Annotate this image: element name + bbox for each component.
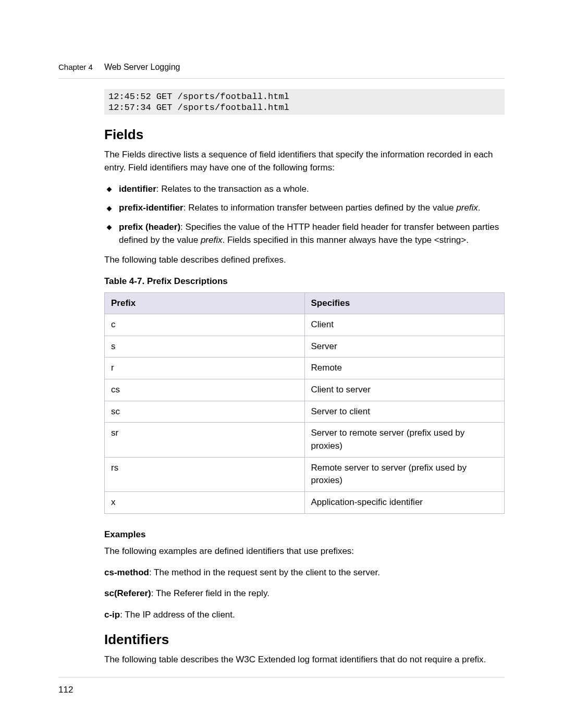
fields-bullet-list: identifier: Relates to the transaction a…	[104, 183, 505, 247]
table-row: r Remote	[105, 357, 505, 379]
cell-spec: Application-specific identifier	[304, 491, 505, 513]
table-header-prefix: Prefix	[105, 292, 305, 314]
example-desc: : The method in the request sent by the …	[149, 567, 380, 577]
table-caption: Table 4-7. Prefix Descriptions	[104, 275, 505, 288]
bullet-item: prefix-identifier: Relates to informatio…	[104, 202, 505, 215]
example-desc: : The Referer field in the reply.	[151, 588, 270, 598]
example-line: c-ip: The IP address of the client.	[104, 609, 505, 622]
cell-prefix: sr	[105, 423, 305, 457]
bullet-item: identifier: Relates to the transaction a…	[104, 183, 505, 196]
table-header-row: Prefix Specifies	[105, 292, 505, 314]
cell-prefix: rs	[105, 457, 305, 491]
header-title: Web Server Logging	[104, 61, 180, 73]
cell-prefix: s	[105, 336, 305, 357]
cell-spec: Client	[304, 314, 505, 336]
section-heading-fields: Fields	[104, 125, 505, 145]
table-row: s Server	[105, 336, 505, 357]
table-row: c Client	[105, 314, 505, 336]
cell-prefix: x	[105, 491, 305, 513]
cell-spec: Server	[304, 336, 505, 357]
cell-prefix: c	[105, 314, 305, 336]
example-desc: : The IP address of the client.	[120, 610, 235, 620]
identifiers-intro: The following table describes the W3C Ex…	[104, 653, 505, 667]
example-line: sc(Referer): The Referer field in the re…	[104, 587, 505, 600]
example-line: cs-method: The method in the request sen…	[104, 566, 505, 579]
bullet-desc-pre: : Relates to information transfer betwee…	[183, 203, 457, 213]
cell-spec: Client to server	[304, 379, 505, 401]
content-body: 12:45:52 GET /sports/football.html 12:57…	[104, 89, 505, 667]
section-heading-identifiers: Identifiers	[104, 630, 505, 650]
bullet-desc-italic: prefix	[456, 203, 478, 213]
examples-intro: The following examples are defined ident…	[104, 545, 505, 558]
fields-after-bullets: The following table describes defined pr…	[104, 254, 505, 267]
table-header-specifies: Specifies	[304, 292, 505, 314]
example-term: sc(Referer)	[104, 588, 151, 598]
bullet-term: identifier	[119, 184, 156, 194]
table-row: sr Server to remote server (prefix used …	[105, 423, 505, 457]
bullet-term: prefix-identifier	[119, 203, 183, 213]
fields-intro: The Fields directive lists a sequence of…	[104, 149, 505, 174]
cell-prefix: sc	[105, 401, 305, 423]
cell-spec: Remote server to server (prefix used by …	[304, 457, 505, 491]
bullet-desc-post: . Fields specified in this manner always…	[222, 235, 468, 245]
code-block: 12:45:52 GET /sports/football.html 12:57…	[104, 89, 505, 115]
cell-spec: Server to remote server (prefix used by …	[304, 423, 505, 457]
page-number: 112	[58, 685, 73, 695]
example-term: cs-method	[104, 567, 149, 577]
bullet-item: prefix (header): Specifies the value of …	[104, 221, 505, 246]
examples-heading: Examples	[104, 528, 505, 541]
table-row: cs Client to server	[105, 379, 505, 401]
cell-spec: Server to client	[304, 401, 505, 423]
bullet-desc: : Relates to the transaction as a whole.	[156, 184, 309, 194]
cell-spec: Remote	[304, 357, 505, 379]
chapter-label: Chapter 4	[58, 61, 93, 73]
page: Chapter 4 Web Server Logging 12:45:52 GE…	[0, 0, 563, 728]
cell-prefix: r	[105, 357, 305, 379]
page-footer: 112	[58, 677, 505, 697]
example-term: c-ip	[104, 610, 120, 620]
table-row: x Application-specific identifier	[105, 491, 505, 513]
bullet-desc-post: .	[478, 203, 481, 213]
bullet-term: prefix (header)	[119, 222, 180, 232]
cell-prefix: cs	[105, 379, 305, 401]
running-header: Chapter 4 Web Server Logging	[58, 61, 505, 79]
table-row: rs Remote server to server (prefix used …	[105, 457, 505, 491]
bullet-desc-italic: prefix	[201, 235, 223, 245]
table-row: sc Server to client	[105, 401, 505, 423]
prefix-table: Prefix Specifies c Client s Server r Rem…	[104, 292, 505, 514]
